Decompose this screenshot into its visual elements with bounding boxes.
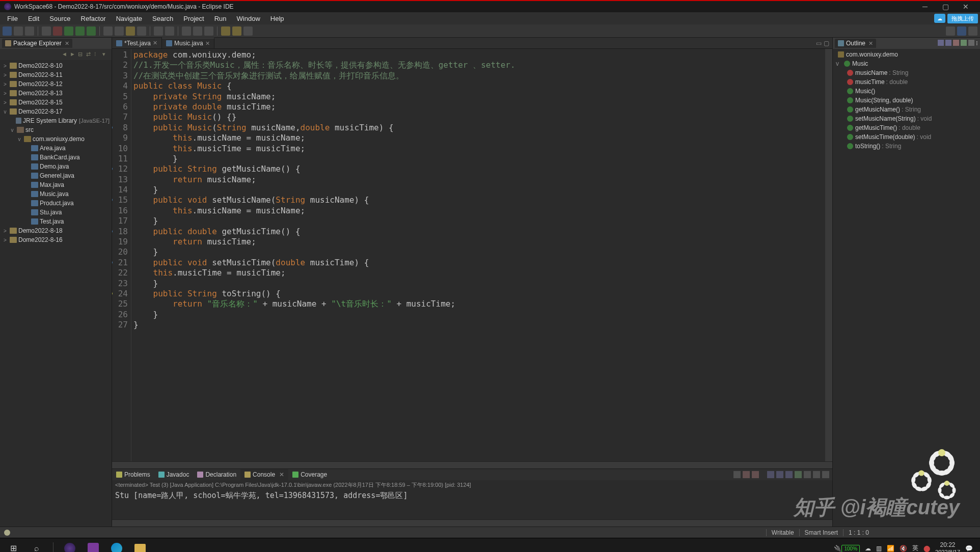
tree-item[interactable]: >Demo2022-8-13 xyxy=(0,89,112,98)
menu-refactor[interactable]: Refactor xyxy=(76,13,111,24)
bottom-tab-declaration[interactable]: Declaration xyxy=(193,469,240,480)
scroll-lock-icon[interactable] xyxy=(767,471,774,478)
battery-icon[interactable]: 🔌100% xyxy=(834,545,860,552)
toolbar-button[interactable] xyxy=(42,26,51,36)
outline-item[interactable]: getMusicName(): String xyxy=(833,105,980,114)
package-tree[interactable]: >Demo2022-8-10>Demo2022-8-11>Demo2022-8-… xyxy=(0,60,112,527)
toolbar-button[interactable] xyxy=(103,26,113,36)
minimize-view-icon[interactable]: ▭ xyxy=(816,40,822,47)
minimize-button[interactable]: ─ xyxy=(915,1,935,13)
save-button[interactable] xyxy=(14,26,23,36)
wifi-icon[interactable]: 📶 xyxy=(887,545,894,552)
tray-icon[interactable]: ☁ xyxy=(865,545,871,552)
taskbar-eclipse[interactable] xyxy=(59,539,81,553)
menu-project[interactable]: Project xyxy=(178,13,209,24)
tree-item[interactable]: JRE System Library[JavaSE-17] xyxy=(0,116,112,125)
volume-icon[interactable]: 🔇 xyxy=(900,545,907,552)
run-last-button[interactable] xyxy=(87,26,96,36)
forward-button[interactable] xyxy=(232,26,241,36)
bottom-tab-problems[interactable]: Problems xyxy=(112,469,154,480)
package-explorer-tab[interactable]: Package Explorer ✕ xyxy=(2,39,72,48)
console-toolbar-icon[interactable] xyxy=(785,471,793,478)
save-all-button[interactable] xyxy=(25,26,34,36)
outline-toolbar-icon[interactable] xyxy=(945,40,951,46)
notifications-icon[interactable]: 💬 xyxy=(965,545,973,552)
menu-edit[interactable]: Edit xyxy=(23,13,44,24)
tree-item[interactable]: >Demo2022-8-15 xyxy=(0,98,112,107)
toolbar-button[interactable] xyxy=(154,26,163,36)
outline-item[interactable]: getMusicTime(): double xyxy=(833,123,980,132)
outline-item[interactable]: musicName: String xyxy=(833,68,980,77)
tree-item[interactable]: Music.java xyxy=(0,189,112,199)
maximize-button[interactable]: ▢ xyxy=(935,1,956,13)
tray-icon[interactable]: ▥ xyxy=(876,545,882,552)
bottom-tab-console[interactable]: Console✕ xyxy=(240,469,288,480)
toolbar-button[interactable] xyxy=(968,26,977,36)
tree-item[interactable]: Demo.java xyxy=(0,162,112,171)
menu-run[interactable]: Run xyxy=(209,13,232,24)
bottom-tab-javadoc[interactable]: Javadoc xyxy=(154,469,194,480)
pin-icon[interactable] xyxy=(733,471,741,478)
remove-icon[interactable] xyxy=(743,471,750,478)
remove-all-icon[interactable] xyxy=(752,471,759,478)
outline-item[interactable]: musicTime: double xyxy=(833,77,980,87)
toolbar-button[interactable] xyxy=(115,26,124,36)
tree-item[interactable]: >Demo2022-8-18 xyxy=(0,226,112,235)
outline-item[interactable]: vMusic xyxy=(833,59,980,68)
coverage-button[interactable] xyxy=(75,26,85,36)
tree-item[interactable]: >Demo2022-8-11 xyxy=(0,70,112,79)
cloud-upload[interactable]: ☁ 拖拽上传 xyxy=(934,14,978,23)
back-button[interactable] xyxy=(221,26,230,36)
tree-item[interactable]: vcom.woniuxy.demo xyxy=(0,134,112,144)
close-icon[interactable]: ✕ xyxy=(65,40,69,47)
toolbar-button[interactable] xyxy=(165,26,174,36)
close-button[interactable]: ✕ xyxy=(956,1,976,13)
java-perspective[interactable] xyxy=(957,26,966,36)
tree-item[interactable]: BankCard.java xyxy=(0,153,112,162)
menu-search[interactable]: Search xyxy=(147,13,178,24)
tree-item[interactable]: >Dome2022-8-16 xyxy=(0,235,112,244)
outline-toolbar-icon[interactable] xyxy=(953,40,959,46)
outline-item[interactable]: toString(): String xyxy=(833,142,980,151)
bottom-tab-coverage[interactable]: Coverage xyxy=(288,469,331,480)
outline-item[interactable]: Music() xyxy=(833,87,980,96)
clock[interactable]: 20:22 2022/8/17 xyxy=(935,541,960,553)
menu-window[interactable]: Window xyxy=(232,13,265,24)
menu-source[interactable]: Source xyxy=(44,13,75,24)
outline-toolbar-icon[interactable] xyxy=(961,40,967,46)
horizontal-scrollbar[interactable] xyxy=(112,461,832,468)
menu-file[interactable]: File xyxy=(2,13,23,24)
link-icon[interactable]: ⇄ xyxy=(86,51,93,58)
menu-navigate[interactable]: Navigate xyxy=(111,13,147,24)
tip-icon[interactable] xyxy=(4,530,10,536)
minimize-icon[interactable] xyxy=(813,471,820,478)
vertical-scrollbar[interactable] xyxy=(825,49,832,461)
forward-icon[interactable]: ► xyxy=(70,51,77,58)
toolbar-button[interactable] xyxy=(204,26,213,36)
search-button[interactable]: ⌕ xyxy=(25,539,48,553)
search-button[interactable] xyxy=(182,26,191,36)
code-editor[interactable]: 1234567891011121314151617181920212223242… xyxy=(112,49,832,461)
close-icon[interactable]: ✕ xyxy=(868,40,873,47)
perspective-button[interactable] xyxy=(946,26,955,36)
tree-item[interactable]: Test.java xyxy=(0,217,112,226)
menu-help[interactable]: Help xyxy=(265,13,289,24)
outline-item[interactable]: com.woniuxy.demo xyxy=(833,50,980,59)
tree-item[interactable]: Area.java xyxy=(0,144,112,153)
tree-item[interactable]: >Demo2022-8-12 xyxy=(0,79,112,89)
back-icon[interactable]: ◄ xyxy=(62,51,69,58)
editor-tab[interactable]: Music.java✕ xyxy=(162,38,214,48)
outline-toolbar-icon[interactable] xyxy=(938,40,944,46)
editor-tab[interactable]: *Test.java✕ xyxy=(112,38,162,48)
show-console-icon[interactable] xyxy=(776,471,783,478)
run-button[interactable] xyxy=(64,26,73,36)
outline-menu-icon[interactable]: ⁝ xyxy=(976,40,978,47)
console-toolbar-icon[interactable] xyxy=(795,471,802,478)
ime-lang[interactable]: 英 xyxy=(912,544,918,552)
tree-item[interactable]: Max.java xyxy=(0,180,112,189)
menu-icon[interactable]: ▾ xyxy=(102,51,110,58)
tree-item[interactable]: Generel.java xyxy=(0,171,112,180)
maximize-view-icon[interactable]: ▢ xyxy=(824,40,829,47)
bottom-scrollbar[interactable] xyxy=(112,519,832,527)
tree-item[interactable]: vsrc xyxy=(0,125,112,134)
